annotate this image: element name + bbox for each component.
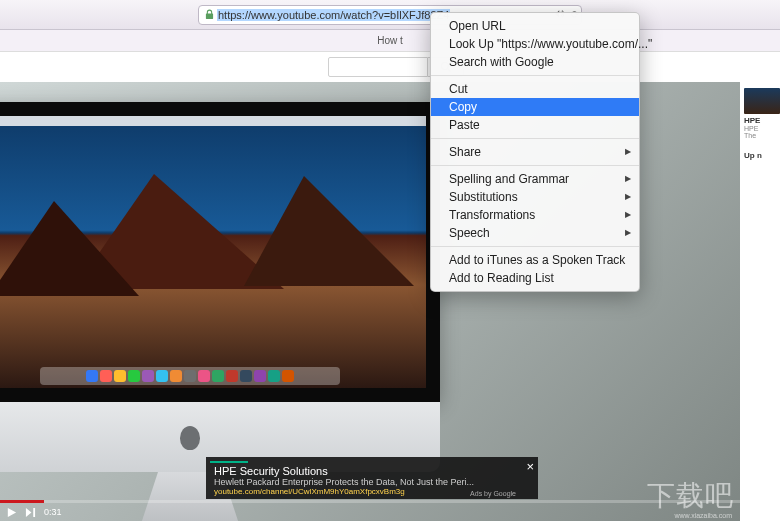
player-controls: 0:31 bbox=[0, 503, 740, 521]
related-sub1: HPE bbox=[744, 125, 780, 132]
menu-item-open-url[interactable]: Open URL bbox=[431, 17, 639, 35]
play-icon[interactable] bbox=[6, 507, 17, 518]
youtube-header bbox=[0, 52, 780, 82]
related-title: HPE bbox=[744, 116, 780, 125]
context-menu: Open URLLook Up "https://www.youtube.com… bbox=[430, 12, 640, 292]
watermark-url: www.xiazaiba.com bbox=[674, 512, 732, 519]
menu-separator bbox=[431, 165, 639, 166]
related-sidebar: HPE HPE The Up n bbox=[740, 82, 780, 521]
ad-link[interactable]: youtube.com/channel/UCwlXmM9hY0amXfpcxvB… bbox=[214, 487, 514, 496]
menu-item-add-to-reading-list[interactable]: Add to Reading List bbox=[431, 269, 639, 287]
menu-separator bbox=[431, 75, 639, 76]
menu-item-spelling-and-grammar[interactable]: Spelling and Grammar bbox=[431, 170, 639, 188]
lock-icon bbox=[205, 9, 214, 20]
menu-item-speech[interactable]: Speech bbox=[431, 224, 639, 242]
menu-item-cut[interactable]: Cut bbox=[431, 80, 639, 98]
address-bar-url[interactable]: https://www.youtube.com/watch?v=bIlXFJf8… bbox=[217, 9, 450, 21]
ads-by-label: Ads by Google bbox=[470, 490, 516, 497]
menu-item-substitutions[interactable]: Substitutions bbox=[431, 188, 639, 206]
close-icon[interactable]: × bbox=[526, 459, 534, 474]
menu-item-transformations[interactable]: Transformations bbox=[431, 206, 639, 224]
menu-item-paste[interactable]: Paste bbox=[431, 116, 639, 134]
tab-strip: How t bbox=[0, 30, 780, 52]
menu-item-search-with-google[interactable]: Search with Google bbox=[431, 53, 639, 71]
browser-tab[interactable]: How t bbox=[369, 30, 411, 52]
browser-toolbar: https://www.youtube.com/watch?v=bIlXFJf8… bbox=[0, 0, 780, 30]
watermark: 下载吧 bbox=[647, 477, 734, 515]
next-icon[interactable] bbox=[25, 507, 36, 518]
related-video-card[interactable]: HPE HPE The bbox=[744, 88, 780, 139]
search-input[interactable] bbox=[328, 57, 428, 77]
apple-logo-icon bbox=[180, 426, 200, 450]
menu-item-copy[interactable]: Copy bbox=[431, 98, 639, 116]
related-thumb bbox=[744, 88, 780, 114]
ad-title[interactable]: HPE Security Solutions bbox=[214, 465, 514, 477]
ad-subtitle: Hewlett Packard Enterprise Protects the … bbox=[214, 477, 514, 487]
menu-separator bbox=[431, 246, 639, 247]
page-content: HPE Security Solutions Hewlett Packard E… bbox=[0, 82, 780, 521]
elapsed-time: 0:31 bbox=[44, 507, 62, 517]
menu-item-share[interactable]: Share bbox=[431, 143, 639, 161]
related-sub2: The bbox=[744, 132, 780, 139]
up-next-label: Up n bbox=[744, 151, 780, 160]
ad-overlay: HPE Security Solutions Hewlett Packard E… bbox=[206, 457, 538, 499]
menu-separator bbox=[431, 138, 639, 139]
menu-item-look-up-https-www-youtube-com[interactable]: Look Up "https://www.youtube.com/..." bbox=[431, 35, 639, 53]
menu-item-add-to-itunes-as-a-spoken-trac[interactable]: Add to iTunes as a Spoken Track bbox=[431, 251, 639, 269]
